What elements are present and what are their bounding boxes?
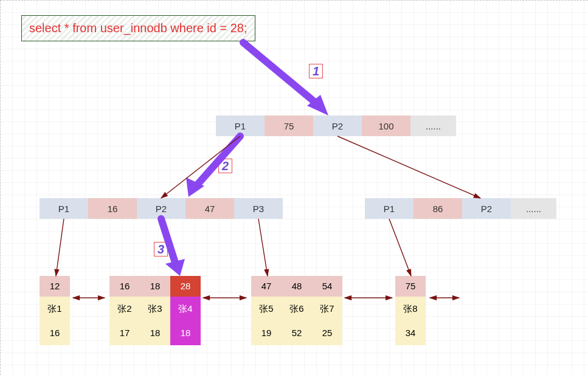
leaf-col: 12张116 <box>40 276 70 345</box>
leaf-col: 18张318 <box>140 276 170 345</box>
midright-p2: P2 <box>462 198 511 219</box>
leaf-id: 18 <box>140 276 170 297</box>
leaf-val: 18 <box>170 321 201 345</box>
step-label-1: 1 <box>309 64 323 78</box>
leaf-name: 张1 <box>40 297 70 321</box>
midleft-p2: P2 <box>137 198 185 219</box>
leaf-val: 34 <box>395 321 426 345</box>
leaf-col: 54张725 <box>312 276 342 345</box>
root-cell-100: 100 <box>362 115 410 136</box>
midright-more: ...... <box>511 198 556 219</box>
leaf-name: 张5 <box>251 297 282 321</box>
canvas-top-border <box>0 0 588 1</box>
root-cell-p1: P1 <box>216 115 265 136</box>
leaf-id: 12 <box>40 276 70 297</box>
diagram-canvas: select * from user_innodb where id = 28;… <box>0 0 588 375</box>
leaf-id: 28 <box>170 276 201 297</box>
leaf-val: 19 <box>251 321 282 345</box>
leaf-col: 47张519 <box>251 276 282 345</box>
leaf-col-match: 28张418 <box>170 276 201 345</box>
leaf-id: 47 <box>251 276 282 297</box>
leaf-id: 54 <box>312 276 342 297</box>
midright-86: 86 <box>413 198 462 219</box>
step-label-3: 3 <box>154 242 168 256</box>
leaf-name: 张2 <box>109 297 140 321</box>
midright-p1: P1 <box>365 198 413 219</box>
root-cell-75: 75 <box>265 115 313 136</box>
leaf-val: 18 <box>140 321 170 345</box>
leaf-col: 48张652 <box>282 276 312 345</box>
midleft-16: 16 <box>88 198 137 219</box>
sql-query-box: select * from user_innodb where id = 28; <box>21 15 255 41</box>
leaf-name: 张3 <box>140 297 170 321</box>
leaf-id: 48 <box>282 276 312 297</box>
root-cell-more: ...... <box>410 115 456 136</box>
leaf-name: 张4 <box>170 297 201 321</box>
midleft-47: 47 <box>185 198 234 219</box>
step-label-2: 2 <box>218 159 232 173</box>
leaf-val: 16 <box>40 321 70 345</box>
root-cell-p2: P2 <box>313 115 362 136</box>
leaf-col: 75张834 <box>395 276 426 345</box>
leaf-id: 16 <box>109 276 140 297</box>
leaf-name: 张8 <box>395 297 426 321</box>
midleft-p1: P1 <box>40 198 88 219</box>
leaf-val: 17 <box>109 321 140 345</box>
leaf-id: 75 <box>395 276 426 297</box>
leaf-val: 52 <box>282 321 312 345</box>
leaf-val: 25 <box>312 321 342 345</box>
leaf-name: 张6 <box>282 297 312 321</box>
canvas-left-border <box>0 0 1 375</box>
leaf-col: 16张217 <box>109 276 140 345</box>
leaf-name: 张7 <box>312 297 342 321</box>
midleft-p3: P3 <box>234 198 283 219</box>
